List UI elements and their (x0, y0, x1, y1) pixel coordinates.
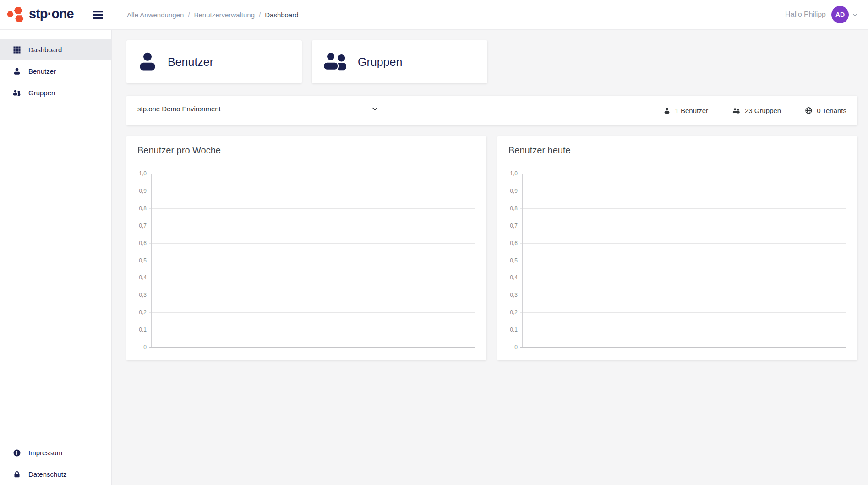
shortcut-card-benutzer[interactable]: Benutzer (126, 40, 302, 83)
chart-plot: 1,00,90,80,70,60,50,40,30,20,10 (137, 174, 475, 352)
gridline (520, 226, 846, 226)
y-axis-line (151, 174, 152, 347)
y-tick-label: 0,4 (508, 274, 518, 281)
main-content: Benutzer Gruppen s (112, 30, 868, 485)
sidebar-item-label: Benutzer (28, 67, 56, 75)
y-tick-label: 0,3 (508, 292, 518, 298)
sidebar-item-dashboard[interactable]: Dashboard (0, 39, 111, 60)
gridline (520, 243, 846, 244)
app-body: Dashboard Benutzer (0, 30, 868, 485)
gridline (520, 330, 846, 330)
y-tick-label: 0 (508, 344, 518, 350)
sidebar-item-label: Gruppen (28, 89, 55, 97)
stp-one-logo[interactable]: stp·one (6, 6, 74, 23)
shortcut-card-gruppen[interactable]: Gruppen (312, 40, 487, 83)
gridline (149, 174, 475, 174)
sidebar-item-label: Datenschutz (28, 470, 66, 478)
breadcrumb: Alle Anwendungen / Benutzerverwaltung / … (127, 11, 299, 19)
gridline (149, 312, 475, 313)
environment-select[interactable]: stp.one Demo Environment (137, 105, 369, 117)
breadcrumb-separator: / (259, 11, 261, 19)
breadcrumb-separator: / (188, 11, 190, 19)
sidebar-item-gruppen[interactable]: Gruppen (0, 82, 111, 104)
y-tick-label: 0,5 (508, 257, 518, 264)
sidebar-item-label: Dashboard (28, 46, 62, 54)
sidebar-item-impressum[interactable]: Impressum (0, 442, 111, 463)
shortcut-label: Gruppen (358, 55, 402, 69)
sidebar: Dashboard Benutzer (0, 30, 112, 485)
sidebar-item-label: Impressum (28, 449, 62, 457)
lock-icon (12, 470, 21, 479)
stp-one-logo-icon (6, 6, 26, 23)
y-tick-label: 0,6 (508, 240, 518, 246)
y-tick-label: 0,1 (508, 327, 518, 333)
gridline (149, 261, 475, 261)
people-icon (322, 50, 349, 74)
chevron-down-icon (371, 105, 379, 113)
gridline (149, 330, 475, 330)
shortcut-label: Benutzer (168, 55, 213, 69)
gridline (149, 278, 475, 278)
gridline (520, 312, 846, 313)
chart-title: Benutzer pro Woche (137, 145, 475, 156)
people-icon (732, 107, 741, 114)
breadcrumb-link-benutzerverwaltung[interactable]: Benutzerverwaltung (194, 11, 255, 19)
stat-label: 1 Benutzer (675, 107, 708, 114)
stat-gruppen: 23 Gruppen (732, 107, 781, 114)
gridline (520, 347, 846, 348)
logo-wordmark: stp·one (29, 7, 74, 22)
y-tick-label: 0 (136, 344, 147, 350)
environment-select-value: stp.one Demo Environment (137, 105, 221, 113)
y-tick-label: 0,2 (136, 309, 147, 316)
y-tick-label: 0,8 (136, 205, 147, 212)
header-divider (770, 8, 770, 21)
y-tick-label: 0,7 (508, 223, 518, 229)
person-icon (136, 50, 158, 74)
chart-card-benutzer-pro-woche: Benutzer pro Woche 1,00,90,80,70,60,50,4… (126, 136, 486, 360)
y-tick-label: 0,8 (508, 205, 518, 212)
y-tick-label: 0,7 (136, 223, 147, 229)
gridline (520, 208, 846, 209)
breadcrumb-link-alle-anwendungen[interactable]: Alle Anwendungen (127, 11, 184, 19)
breadcrumb-current-dashboard: Dashboard (265, 11, 298, 19)
sidebar-footer: Impressum Datenschutz (0, 442, 111, 485)
gridline (149, 226, 475, 226)
gridline (520, 261, 846, 261)
gridline (520, 278, 846, 278)
chart-card-benutzer-heute: Benutzer heute 1,00,90,80,70,60,50,40,30… (497, 136, 857, 360)
people-icon (12, 89, 21, 97)
brand-area: stp·one (0, 6, 112, 23)
gridline (520, 191, 846, 191)
gridline (149, 208, 475, 209)
person-icon (12, 67, 21, 76)
charts-row: Benutzer pro Woche 1,00,90,80,70,60,50,4… (126, 136, 857, 360)
chart-title: Benutzer heute (508, 145, 846, 156)
y-tick-label: 0,5 (136, 257, 147, 264)
chevron-down-icon[interactable] (852, 11, 858, 18)
y-tick-label: 0,9 (508, 188, 518, 194)
gridline (520, 174, 846, 174)
info-icon (12, 449, 21, 457)
sidebar-nav: Dashboard Benutzer (0, 30, 111, 104)
y-tick-label: 1,0 (136, 170, 147, 177)
shortcut-row: Benutzer Gruppen (126, 40, 857, 83)
y-tick-label: 0,9 (136, 188, 147, 194)
y-tick-label: 0,3 (136, 292, 147, 298)
stat-benutzer: 1 Benutzer (663, 107, 708, 114)
gridline (520, 295, 846, 295)
y-tick-label: 0,2 (508, 309, 518, 316)
gridline (149, 191, 475, 191)
stat-label: 23 Gruppen (745, 107, 781, 114)
gridline (149, 347, 475, 348)
menu-toggle-button[interactable] (91, 9, 105, 21)
sidebar-item-benutzer[interactable]: Benutzer (0, 60, 111, 82)
stat-tenants: 0 Tenants (805, 107, 846, 114)
person-icon (663, 107, 671, 114)
user-greeting: Hallo Philipp (785, 11, 826, 19)
avatar[interactable]: AD (831, 6, 849, 23)
gridline (149, 243, 475, 244)
stat-label: 0 Tenants (817, 107, 846, 114)
y-axis-line (522, 174, 523, 347)
sidebar-item-datenschutz[interactable]: Datenschutz (0, 463, 111, 485)
chart-plot: 1,00,90,80,70,60,50,40,30,20,10 (508, 174, 846, 352)
